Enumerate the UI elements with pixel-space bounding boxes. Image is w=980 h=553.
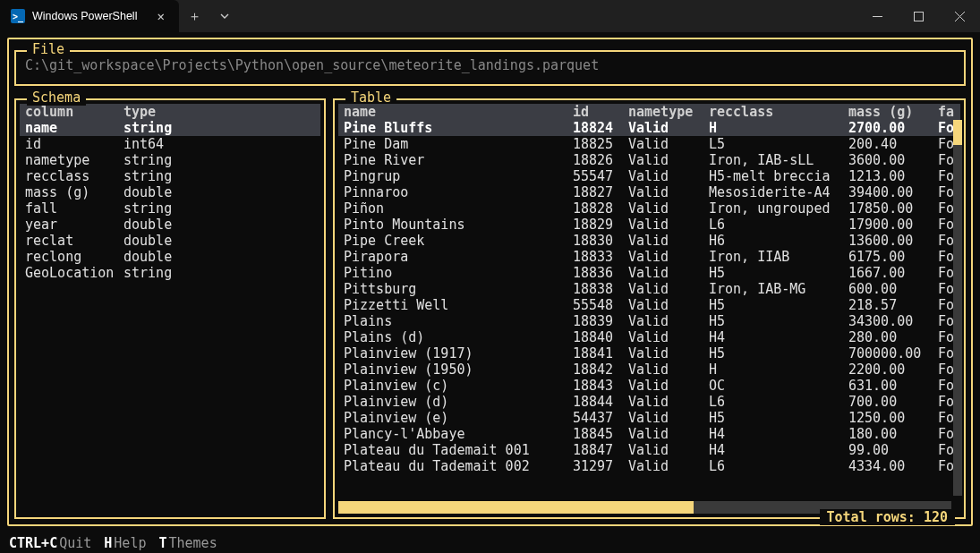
table-row[interactable]: Plains (d)18840ValidH4280.00Fo	[338, 329, 960, 345]
td-name: Pine Dam	[338, 136, 573, 152]
td-id: 18840	[573, 329, 628, 345]
schema-col-type: int64	[124, 136, 164, 152]
table-row[interactable]: Pine Bluffs18824ValidH2700.00Fo	[338, 120, 960, 136]
table-row[interactable]: Plateau du Tademait 00231297ValidL64334.…	[338, 458, 960, 474]
td-id: 55548	[573, 297, 628, 313]
schema-row[interactable]: fallstring	[20, 200, 320, 217]
table-row[interactable]: Pinto Mountains18829ValidL617900.00Fo	[338, 217, 960, 233]
schema-row[interactable]: namestring	[20, 120, 320, 136]
table-panel: Table name id nametype recclass mass (g)…	[333, 98, 966, 519]
td-name: Plancy-l'Abbaye	[338, 426, 573, 442]
svg-rect-0	[914, 12, 923, 21]
td-recclass: H5	[709, 410, 848, 426]
td-nametype: Valid	[628, 329, 709, 345]
td-name: Plainview (e)	[338, 410, 573, 426]
td-name: Pine Bluffs	[338, 120, 573, 136]
tab-dropdown-button[interactable]	[209, 0, 240, 32]
table-row[interactable]: Plainview (d)18844ValidL6700.00Fo	[338, 394, 960, 410]
td-mass: 218.57	[848, 297, 938, 313]
table-row[interactable]: Plateau du Tademait 00118847ValidH499.00…	[338, 442, 960, 458]
table-row[interactable]: Piñon18828ValidIron, ungrouped17850.00Fo	[338, 200, 960, 217]
td-name: Plains	[338, 313, 573, 329]
td-nametype: Valid	[628, 458, 709, 474]
schema-col-type: double	[124, 249, 172, 265]
td-nametype: Valid	[628, 313, 709, 329]
schema-panel-title: Schema	[27, 89, 86, 106]
table-row[interactable]: Pine Dam18825ValidL5200.40Fo	[338, 136, 960, 152]
schema-row[interactable]: reclatdouble	[20, 233, 320, 249]
new-tab-button[interactable]: ＋	[179, 0, 209, 32]
td-name: Pizzetti Well	[338, 297, 573, 313]
table-scroll-thumb-horizontal[interactable]	[338, 501, 694, 514]
maximize-button[interactable]	[898, 0, 939, 32]
th-mass: mass (g)	[848, 104, 938, 120]
td-recclass: H4	[709, 442, 848, 458]
td-recclass: Mesosiderite-A4	[709, 184, 848, 200]
td-id: 18824	[573, 120, 628, 136]
schema-col-type: string	[124, 265, 172, 281]
td-name: Plainview (d)	[338, 394, 573, 410]
schema-col-name: recclass	[20, 168, 124, 184]
total-rows-label: Total rows: 120	[820, 509, 955, 525]
td-name: Plains (d)	[338, 329, 573, 345]
table-row[interactable]: Plains18839ValidH534300.00Fo	[338, 313, 960, 329]
td-recclass: OC	[709, 378, 848, 394]
td-recclass: H5	[709, 297, 848, 313]
table-row[interactable]: Plancy-l'Abbaye18845ValidH4180.00Fo	[338, 426, 960, 442]
td-id: 18827	[573, 184, 628, 200]
table-row[interactable]: Pitino18836ValidH51667.00Fo	[338, 265, 960, 281]
tab-powershell[interactable]: >_ Windows PowerShell ✕	[0, 0, 179, 32]
table-row[interactable]: Pirapora18833ValidIron, IIAB6175.00Fo	[338, 249, 960, 265]
table-row[interactable]: Plainview (1917)18841ValidH5700000.00Fo	[338, 345, 960, 362]
table-scrollbar-vertical[interactable]	[953, 120, 962, 496]
table-row[interactable]: Plainview (e)54437ValidH51250.00Fo	[338, 410, 960, 426]
minimize-button[interactable]	[856, 0, 898, 32]
td-mass: 1213.00	[848, 168, 938, 184]
close-icon[interactable]: ✕	[154, 7, 168, 25]
td-name: Pitino	[338, 265, 573, 281]
schema-row[interactable]: recclassstring	[20, 168, 320, 184]
table-row[interactable]: Pizzetti Well55548ValidH5218.57Fo	[338, 297, 960, 313]
status-key[interactable]: T	[158, 535, 166, 551]
status-key[interactable]: CTRL+C	[9, 535, 57, 551]
schema-row[interactable]: yeardouble	[20, 217, 320, 233]
table-row[interactable]: Pine River18826ValidIron, IAB-sLL3600.00…	[338, 152, 960, 168]
file-panel: File C:\git_workspace\Projects\Python\op…	[14, 50, 966, 86]
schema-row[interactable]: idint64	[20, 136, 320, 152]
status-label: Quit	[59, 535, 91, 551]
td-name: Pinnaroo	[338, 184, 573, 200]
td-id: 18829	[573, 217, 628, 233]
schema-col-name: mass (g)	[20, 184, 124, 200]
table-row[interactable]: Pittsburg18838ValidIron, IAB-MG600.00Fo	[338, 281, 960, 297]
close-window-button[interactable]	[939, 0, 980, 32]
td-recclass: H4	[709, 329, 848, 345]
td-nametype: Valid	[628, 200, 709, 217]
schema-row[interactable]: nametypestring	[20, 152, 320, 168]
schema-row[interactable]: reclongdouble	[20, 249, 320, 265]
td-name: Pingrup	[338, 168, 573, 184]
td-id: 18847	[573, 442, 628, 458]
table-scroll-thumb-vertical[interactable]	[953, 120, 962, 145]
schema-row[interactable]: mass (g)double	[20, 184, 320, 200]
schema-col-name: nametype	[20, 152, 124, 168]
status-key[interactable]: H	[104, 535, 112, 551]
table-row[interactable]: Pinnaroo18827ValidMesosiderite-A439400.0…	[338, 184, 960, 200]
table-row[interactable]: Plainview (1950)18842ValidH2200.00Fo	[338, 362, 960, 378]
td-id: 18843	[573, 378, 628, 394]
tab-region: >_ Windows PowerShell ✕ ＋	[0, 0, 240, 32]
schema-col-name: fall	[20, 200, 124, 217]
table-row[interactable]: Pipe Creek18830ValidH613600.00Fo	[338, 233, 960, 249]
td-mass: 600.00	[848, 281, 938, 297]
th-fall: fa	[938, 104, 959, 120]
schema-col-type: double	[124, 184, 172, 200]
table-row[interactable]: Pingrup55547ValidH5-melt breccia1213.00F…	[338, 168, 960, 184]
schema-col-type: string	[124, 168, 172, 184]
td-nametype: Valid	[628, 426, 709, 442]
td-id: 54437	[573, 410, 628, 426]
schema-row[interactable]: GeoLocationstring	[20, 265, 320, 281]
table-row[interactable]: Plainview (c)18843ValidOC631.00Fo	[338, 378, 960, 394]
schema-col-type: string	[124, 120, 172, 136]
schema-panel: Schema column type namestringidint64name…	[14, 98, 326, 519]
td-mass: 39400.00	[848, 184, 938, 200]
td-nametype: Valid	[628, 136, 709, 152]
